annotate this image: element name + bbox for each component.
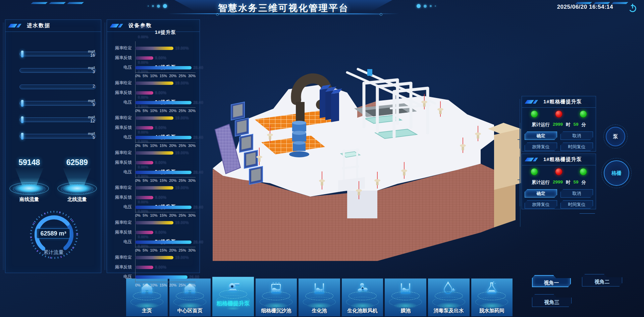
status-light <box>555 110 562 118</box>
grid-circle-button[interactable]: 格栅 <box>604 160 629 186</box>
bar-value: 26.00 <box>189 275 199 279</box>
status-light <box>531 168 538 175</box>
nav-tile-label: 主页 <box>126 308 168 314</box>
panel-slash-icon <box>526 158 538 161</box>
pump-title: 1#提升泵 <box>135 30 196 35</box>
bar-label: 电压 <box>111 65 135 70</box>
axis-tick: 10% <box>150 109 157 113</box>
bar-track: 19.00% <box>135 151 196 155</box>
bar-row-frequency-feedback: 频率反馈 9.00% <box>111 158 196 167</box>
flow-meter-label: 北线流量 <box>55 196 99 203</box>
bar-label: 频率反馈 <box>111 160 135 165</box>
plant-3d-illustration <box>190 39 525 261</box>
control-button[interactable]: 确定 <box>525 131 557 140</box>
scene-3d-viewport[interactable] <box>190 39 525 261</box>
bar-row-voltage: 电压 28.00 <box>111 133 196 142</box>
control-button[interactable]: 取消 <box>560 131 593 140</box>
bar-fill <box>135 66 192 69</box>
runtime-label: 累计运行 <box>532 179 550 186</box>
pump-chart-block: 0.00% 4#提升泵 0.00% 频率给定 19.00% 频率反馈 <box>111 148 196 183</box>
control-buttons: 确定取消故障复位时间复位 <box>522 128 596 151</box>
slider-thumb[interactable] <box>21 51 23 57</box>
bar-fill <box>135 256 173 259</box>
bar-value: 19.00% <box>175 255 189 260</box>
axis-tick: 20% <box>169 178 176 182</box>
view-angle-2-button[interactable]: 视角二 <box>582 274 622 286</box>
slider-value-label: mg/l 5 <box>88 99 95 107</box>
control-button[interactable]: 时间复位 <box>560 200 593 209</box>
bar-track: 9.00% <box>135 265 196 270</box>
bar-row-frequency-feedback: 频率反馈 9.00% <box>111 262 196 272</box>
device-params-panel: 设备参数 0.00% 1#提升泵 0.00% 频率给定 19.00% <box>107 19 200 273</box>
nav-tile[interactable]: 脱水加药间 <box>471 278 513 316</box>
nav-tile[interactable]: 消毒泵及出水 <box>428 278 470 316</box>
view-angle-1-button[interactable]: 视角一 <box>532 275 571 287</box>
control-button[interactable]: 故障复位 <box>525 200 557 209</box>
nav-tile[interactable]: 生化池 <box>299 278 340 316</box>
panel-header: 1#粗格栅提升泵 <box>522 96 596 108</box>
bar-value: 19.00% <box>175 151 189 155</box>
bar-label: 电压 <box>111 169 135 175</box>
axis-tick: 15% <box>160 283 167 287</box>
axis-tick: 5% <box>143 248 148 252</box>
slider-thumb[interactable] <box>21 133 23 140</box>
control-button[interactable]: 确定 <box>525 189 557 198</box>
slider-thumb[interactable] <box>21 116 23 123</box>
axis-tick: 15% <box>160 213 167 217</box>
axis-tick: 0% <box>135 283 141 287</box>
grid-pump-panel-1: 1#粗格栅提升泵 累计运行 2999 时 59 分 确定取消故障复位时间复位 <box>522 96 596 152</box>
pump-charts-column: 0.00% 1#提升泵 0.00% 频率给定 19.00% 频率反馈 <box>111 43 196 287</box>
axis-tick: 5% <box>143 283 148 287</box>
control-button[interactable]: 时间复位 <box>560 143 593 151</box>
pump-circle-button[interactable]: 泵 <box>606 127 625 146</box>
slider-value-label: mg/l 3 <box>88 66 95 74</box>
bar-fill <box>135 82 173 85</box>
bar-track: 19.00% <box>135 255 196 260</box>
bar-row-voltage: 电压 28.00 <box>111 202 196 212</box>
bar-axis: 0% 5% 10% 15% 20% 25% 30% <box>135 177 196 182</box>
bar-fill <box>135 56 153 60</box>
axis-tick: 30% <box>188 283 196 287</box>
bar-fill <box>135 91 153 95</box>
bar-row-frequency-given: 频率给定 19.00% <box>111 43 196 53</box>
control-button[interactable]: 取消 <box>560 189 593 198</box>
bar-fill <box>135 126 153 129</box>
bar-fill <box>135 116 173 120</box>
bar-axis: 0% 5% 10% 15% 20% 25% 30% <box>135 72 196 78</box>
axis-tick: 0% <box>135 178 141 182</box>
quality-slider[interactable]: 2 <box>19 85 96 89</box>
quality-slider[interactable]: mg/l 3 <box>19 68 96 73</box>
slider-value: 12 <box>88 119 95 124</box>
inflow-data-panel: 进水数据 mg/l 16 mg/l 3 <box>5 19 101 273</box>
bar-value: 28.00 <box>193 170 203 175</box>
nav-tile[interactable]: 生化池鼓风机 <box>342 278 383 316</box>
bar-value: 19.00% <box>175 46 189 51</box>
quality-slider[interactable]: mg/l 5 <box>19 101 96 106</box>
power-button[interactable] <box>628 3 637 12</box>
header-dots-right <box>417 4 436 8</box>
zero-ghost-label: 0.00% <box>135 35 196 39</box>
quality-slider[interactable]: mg/l 12 <box>19 117 96 122</box>
view-angle-3-button[interactable]: 视角三 <box>532 294 572 307</box>
bar-fill <box>135 275 187 279</box>
quality-slider[interactable]: mg/l 5 <box>19 134 96 139</box>
axis-tick: 25% <box>179 248 186 252</box>
nav-tile[interactable]: 膜池 <box>385 278 426 316</box>
control-button[interactable]: 故障复位 <box>525 143 557 151</box>
bar-track: 28.00 <box>135 170 196 175</box>
axis-tick: 20% <box>169 248 176 252</box>
bar-fill <box>135 186 173 190</box>
grid-pump-panel-2: 1#粗格栅提升泵 累计运行 2999 时 59 分 确定取消故障复位时间复位 <box>522 154 596 209</box>
axis-tick: 5% <box>143 109 148 113</box>
nav-tile[interactable]: 细格栅沉沙池 <box>256 278 297 316</box>
bar-fill <box>135 196 153 199</box>
runtime-hours-unit: 时 <box>566 122 571 128</box>
nav-tile[interactable]: 粗格栅提升泵 <box>212 277 254 316</box>
quality-slider[interactable]: mg/l 16 <box>19 52 96 56</box>
bar-axis: 0% 5% 10% 15% 20% 25% 30% <box>135 142 196 148</box>
bar-value: 9.00% <box>155 56 166 60</box>
runtime-hours: 2999 <box>553 179 563 186</box>
nav-tile-label: 消毒泵及出水 <box>428 308 470 314</box>
bar-fill <box>135 221 173 224</box>
slider-thumb[interactable] <box>21 100 23 107</box>
